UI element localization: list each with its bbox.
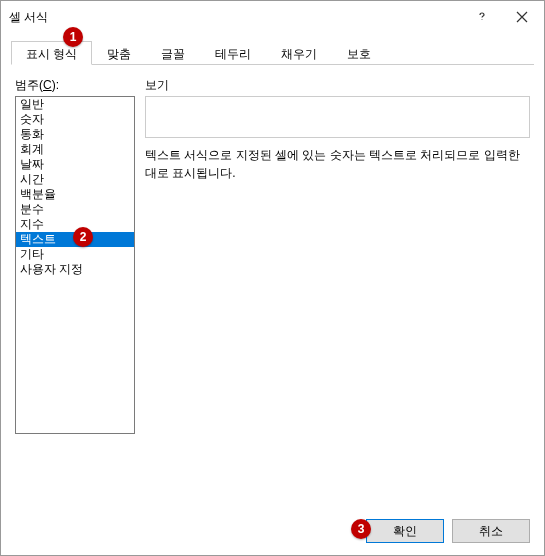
category-item[interactable]: 일반 xyxy=(16,97,134,112)
category-item[interactable]: 날짜 xyxy=(16,157,134,172)
window-title: 셀 서식 xyxy=(9,9,462,26)
tab-strip: 표시 형식맞춤글꼴테두리채우기보호 xyxy=(11,41,534,65)
category-listbox[interactable]: 일반숫자통화회계날짜시간백분율분수지수텍스트기타사용자 지정 xyxy=(15,96,135,434)
category-item[interactable]: 회계 xyxy=(16,142,134,157)
category-label-suffix: ): xyxy=(52,78,59,92)
format-description: 텍스트 서식으로 지정된 셀에 있는 숫자는 텍스트로 처리되므로 입력한 대로… xyxy=(145,146,530,182)
category-label: 범주(C): xyxy=(15,77,135,94)
format-cells-dialog: 셀 서식 표시 형식맞춤글꼴테두리채우기보호 범주(C): 일반숫자통화회계날짜… xyxy=(0,0,545,556)
help-icon xyxy=(476,11,488,23)
titlebar: 셀 서식 xyxy=(1,1,544,33)
tab-3[interactable]: 테두리 xyxy=(200,41,266,64)
tab-1[interactable]: 맞춤 xyxy=(92,41,146,64)
help-button[interactable] xyxy=(462,3,502,31)
category-item[interactable]: 백분율 xyxy=(16,187,134,202)
category-item[interactable]: 사용자 지정 xyxy=(16,262,134,277)
annotation-badge-3: 3 xyxy=(351,519,371,539)
category-item[interactable]: 숫자 xyxy=(16,112,134,127)
close-button[interactable] xyxy=(502,3,542,31)
tab-4[interactable]: 채우기 xyxy=(266,41,332,64)
details-panel: 보기 텍스트 서식으로 지정된 셀에 있는 숫자는 텍스트로 처리되므로 입력한… xyxy=(145,77,530,497)
tab-content: 범주(C): 일반숫자통화회계날짜시간백분율분수지수텍스트기타사용자 지정 보기… xyxy=(1,65,544,507)
category-panel: 범주(C): 일반숫자통화회계날짜시간백분율분수지수텍스트기타사용자 지정 xyxy=(15,77,135,497)
annotation-badge-1: 1 xyxy=(63,27,83,47)
close-icon xyxy=(516,11,528,23)
preview-box xyxy=(145,96,530,138)
preview-label: 보기 xyxy=(145,77,530,94)
cancel-button[interactable]: 취소 xyxy=(452,519,530,543)
category-label-prefix: 범주( xyxy=(15,78,43,92)
tab-0[interactable]: 표시 형식 xyxy=(11,41,92,65)
category-item[interactable]: 기타 xyxy=(16,247,134,262)
category-item[interactable]: 분수 xyxy=(16,202,134,217)
ok-button[interactable]: 확인 xyxy=(366,519,444,543)
annotation-badge-2: 2 xyxy=(73,227,93,247)
tab-2[interactable]: 글꼴 xyxy=(146,41,200,64)
category-item[interactable]: 통화 xyxy=(16,127,134,142)
category-label-key: C xyxy=(43,78,52,92)
tab-5[interactable]: 보호 xyxy=(332,41,386,64)
dialog-footer: 확인 취소 xyxy=(1,507,544,555)
category-item[interactable]: 시간 xyxy=(16,172,134,187)
